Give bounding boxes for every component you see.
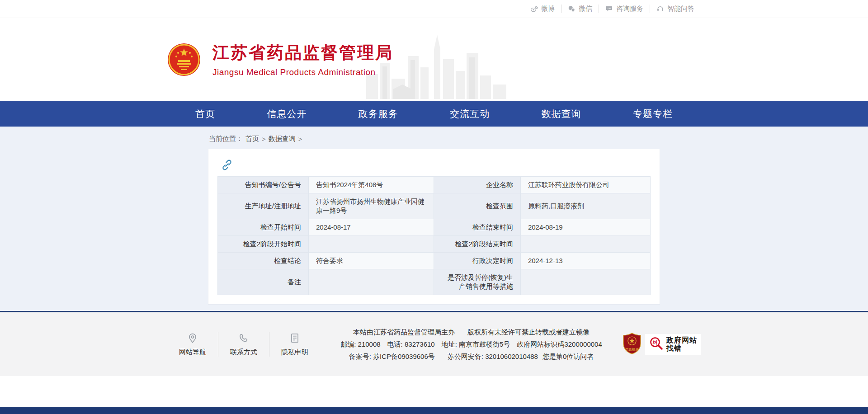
footer-line-address: 邮编: 210008 电话: 83273610 地址: 南京市鼓楼街5号 政府网…: [324, 338, 619, 350]
icp-number[interactable]: 备案号: 苏ICP备09039606号: [349, 353, 435, 360]
wechat-label: 微信: [579, 5, 592, 13]
field-value: [520, 269, 650, 295]
footer-line-host: 本站由江苏省药品监督管理局主办版权所有未经许可禁止转载或者建立镜像: [324, 326, 619, 338]
smart-qa-link[interactable]: 智能问答: [650, 5, 701, 13]
field-value: 告知书2024年第408号: [308, 177, 434, 193]
field-value: 原料药,口服溶液剂: [520, 193, 650, 219]
gov-site-error-report-badge[interactable]: 纠 政府网站 找错: [645, 334, 701, 355]
footer-line-icp: 备案号: 苏ICP备09039606号苏公网安备: 32010602010488…: [324, 350, 619, 362]
weibo-label: 微博: [541, 5, 555, 13]
privacy-link[interactable]: 隐私申明: [269, 332, 320, 357]
site-map-label: 网站导航: [179, 348, 206, 357]
table-row: 检查开始时间 2024-08-17 检查结束时间 2024-08-19: [218, 219, 651, 236]
map-pin-icon: [187, 332, 198, 344]
footer-info: 本站由江苏省药品监督管理局主办版权所有未经许可禁止转载或者建立镜像 邮编: 21…: [320, 326, 623, 362]
headset-icon: [656, 5, 664, 13]
field-value: [520, 236, 650, 253]
table-row: 检查结论 符合要求 行政决定时间 2024-12-13: [218, 253, 651, 269]
main-nav: 首页 信息公开 政务服务 交流互动 数据查询 专题专栏: [0, 101, 868, 127]
weibo-link[interactable]: 微博: [524, 5, 561, 13]
svg-text:纠: 纠: [652, 340, 657, 345]
field-label: 生产地址/注册地址: [218, 193, 309, 219]
error-report-magnifier-icon: 纠: [649, 336, 664, 353]
field-label: 检查范围: [434, 193, 520, 219]
field-value: 2024-08-17: [308, 219, 434, 236]
field-label: 检查结论: [218, 253, 309, 269]
site-header: 江苏省药品监督管理局 Jiangsu Medical Products Admi…: [0, 18, 868, 101]
consult-service-label: 咨询服务: [616, 5, 643, 13]
field-label: 检查2阶段结束时间: [434, 236, 520, 253]
field-label: 备注: [218, 269, 309, 295]
topbar: 微博 微信 咨询服务 智能问答: [0, 0, 868, 18]
field-value: 2024-12-13: [520, 253, 650, 269]
nav-item-data-query[interactable]: 数据查询: [542, 108, 581, 120]
field-value: 江苏省扬州市扬州生物健康产业园健康一路9号: [308, 193, 434, 219]
breadcrumb-separator: >: [262, 135, 266, 143]
breadcrumb-home-link[interactable]: 首页: [245, 135, 259, 143]
field-label: 是否涉及暂停(恢复)生产销售使用等措施: [434, 269, 520, 295]
field-label: 行政决定时间: [434, 253, 520, 269]
field-value: 江苏联环药业股份有限公司: [520, 177, 650, 193]
visitor-count: 您是第0位访问者: [542, 353, 594, 360]
privacy-label: 隐私申明: [281, 348, 308, 357]
wechat-link[interactable]: 微信: [561, 5, 599, 13]
party-gov-badge[interactable]: 党政机关: [623, 333, 642, 356]
phone-icon: [238, 332, 250, 344]
field-label: 检查结束时间: [434, 219, 520, 236]
topbar-inner: 微博 微信 咨询服务 智能问答: [167, 0, 701, 18]
field-value: [308, 236, 434, 253]
detail-card: 告知书编号/公告号 告知书2024年第408号 企业名称 江苏联环药业股份有限公…: [208, 149, 660, 305]
table-row: 告知书编号/公告号 告知书2024年第408号 企业名称 江苏联环药业股份有限公…: [218, 177, 651, 193]
detail-table: 告知书编号/公告号 告知书2024年第408号 企业名称 江苏联环药业股份有限公…: [217, 176, 651, 295]
table-row: 备注 是否涉及暂停(恢复)生产销售使用等措施: [218, 269, 651, 295]
nav-item-gov-services[interactable]: 政务服务: [359, 108, 398, 120]
chat-bubble-icon: [605, 5, 613, 13]
footer-links: 网站导航 联系方式 隐: [167, 332, 320, 357]
breadcrumb: 当前位置： 首页 > 数据查询 >: [208, 132, 660, 149]
footer-spacer: [0, 376, 868, 407]
link-icon: [221, 159, 233, 171]
field-label: 检查开始时间: [218, 219, 309, 236]
wechat-icon: [568, 5, 576, 13]
document-icon: [289, 332, 301, 344]
site-title: 江苏省药品监督管理局: [212, 42, 393, 64]
table-row: 生产地址/注册地址 江苏省扬州市扬州生物健康产业园健康一路9号 检查范围 原料药…: [218, 193, 651, 219]
field-value: 符合要求: [308, 253, 434, 269]
table-row: 检查2阶段开始时间 检查2阶段结束时间: [218, 236, 651, 253]
field-label: 告知书编号/公告号: [218, 177, 309, 193]
content-area: 当前位置： 首页 > 数据查询 > 告知书编号/公告号 告知书2024年第40: [0, 127, 868, 311]
header-inner: 江苏省药品监督管理局 Jiangsu Medical Products Admi…: [167, 18, 701, 101]
nav-item-info-disclosure[interactable]: 信息公开: [267, 108, 307, 120]
footer-badges: 党政机关 纠 政府网站 找错: [623, 333, 701, 356]
contact-link[interactable]: 联系方式: [218, 332, 269, 357]
nav-item-home[interactable]: 首页: [195, 108, 215, 120]
site-footer: 网站导航 联系方式 隐: [0, 312, 868, 376]
field-value: 2024-08-19: [520, 219, 650, 236]
site-subtitle: Jiangsu Medical Products Administration: [212, 67, 393, 77]
main-nav-inner: 首页 信息公开 政务服务 交流互动 数据查询 专题专栏: [195, 101, 673, 127]
nav-item-interaction[interactable]: 交流互动: [450, 108, 490, 120]
national-emblem-logo[interactable]: [167, 43, 201, 76]
nav-item-special-topics[interactable]: 专题专栏: [633, 108, 673, 120]
field-label: 检查2阶段开始时间: [218, 236, 309, 253]
smart-qa-label: 智能问答: [667, 5, 694, 13]
breadcrumb-prefix: 当前位置：: [209, 135, 243, 143]
site-map-link[interactable]: 网站导航: [167, 332, 218, 357]
weibo-icon: [530, 5, 538, 13]
contact-label: 联系方式: [230, 348, 257, 357]
party-gov-badge-label: 党政机关: [625, 348, 639, 352]
police-number[interactable]: 苏公网安备: 32010602010488: [448, 353, 538, 360]
field-value: [308, 269, 434, 295]
breadcrumb-separator: >: [298, 135, 302, 143]
bottom-bar: [0, 407, 868, 414]
header-titles: 江苏省药品监督管理局 Jiangsu Medical Products Admi…: [212, 42, 393, 77]
breadcrumb-data-query-link[interactable]: 数据查询: [269, 135, 296, 143]
error-report-badge-text: 政府网站 找错: [666, 336, 697, 353]
consult-service-link[interactable]: 咨询服务: [599, 5, 650, 13]
field-label: 企业名称: [434, 177, 520, 193]
